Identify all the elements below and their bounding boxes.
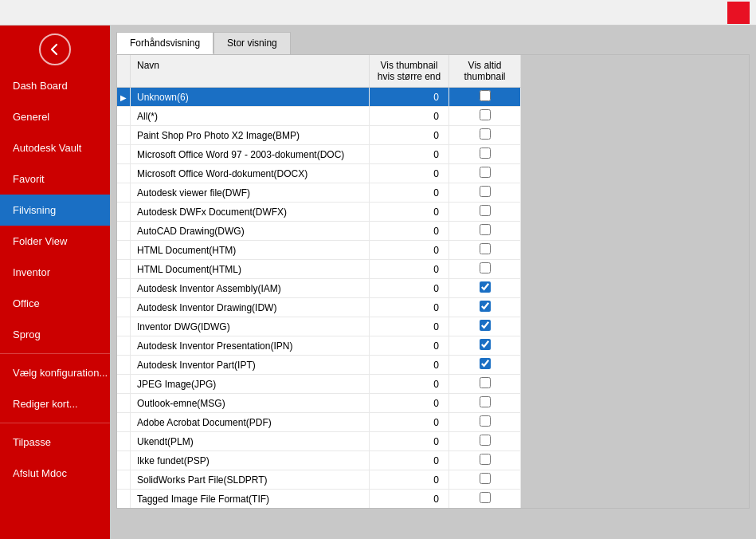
row-altid-21[interactable] <box>449 490 521 509</box>
sidebar-item-autodesk-vault[interactable]: Autodesk Vault <box>0 132 110 163</box>
row-altid-9[interactable] <box>449 260 521 279</box>
checkbox-altid-16[interactable] <box>480 396 491 407</box>
table-row[interactable]: Autodesk DWFx Document(DWFX)0 <box>117 203 749 222</box>
row-altid-3[interactable] <box>449 145 521 164</box>
checkbox-altid-15[interactable] <box>480 377 491 388</box>
row-altid-5[interactable] <box>449 183 521 203</box>
row-altid-13[interactable] <box>449 336 521 356</box>
table-row[interactable]: Autodesk Inventor Part(IPT)0 <box>117 356 749 375</box>
row-altid-19[interactable] <box>449 451 521 470</box>
row-altid-6[interactable] <box>449 203 521 222</box>
tab-preview[interactable]: Forhåndsvisning <box>116 32 213 54</box>
row-altid-2[interactable] <box>449 126 521 145</box>
checkbox-altid-1[interactable] <box>480 109 491 120</box>
row-name-13: Autodesk Inventor Presentation(IPN) <box>131 336 370 356</box>
table-row[interactable]: Adobe Acrobat Document(PDF)0 <box>117 413 749 432</box>
row-altid-8[interactable] <box>449 241 521 260</box>
maximize-button[interactable] <box>708 5 724 21</box>
sidebar-item-rediger-kort[interactable]: Rediger kort... <box>0 388 110 419</box>
table-row[interactable]: Ukendt(PLM)0 <box>117 432 749 451</box>
table-row[interactable]: Tagged Image File Format(TIF)0 <box>117 490 749 509</box>
row-name-8: HTML Document(HTM) <box>131 241 370 260</box>
sidebar-item-dashboard[interactable]: Dash Board <box>0 70 110 101</box>
table-row[interactable]: Ikke fundet(PSP)0 <box>117 451 749 470</box>
checkbox-altid-5[interactable] <box>480 186 491 197</box>
row-vis-21: 0 <box>370 490 449 509</box>
row-vis-17: 0 <box>370 413 449 432</box>
sidebar-item-favorit[interactable]: Favorit <box>0 163 110 195</box>
table-row[interactable]: Autodesk Inventor Presentation(IPN)0 <box>117 336 749 356</box>
sidebar-item-afslut-mdoc[interactable]: Afslut Mdoc <box>0 458 110 489</box>
tab-large[interactable]: Stor visning <box>213 32 291 54</box>
row-altid-18[interactable] <box>449 432 521 451</box>
checkbox-altid-20[interactable] <box>480 473 491 484</box>
close-button[interactable] <box>727 2 750 24</box>
checkbox-altid-21[interactable] <box>480 492 491 503</box>
row-altid-12[interactable] <box>449 317 521 336</box>
sidebar-item-sprog[interactable]: Sprog <box>0 319 110 350</box>
row-altid-10[interactable] <box>449 279 521 298</box>
table-row[interactable]: Autodesk Inventor Assembly(IAM)0 <box>117 279 749 298</box>
checkbox-altid-12[interactable] <box>480 320 491 331</box>
row-altid-1[interactable] <box>449 107 521 126</box>
checkbox-altid-8[interactable] <box>480 243 491 254</box>
table-row[interactable]: ▶Unknown(6)0 <box>117 88 749 107</box>
back-button[interactable] <box>39 33 71 65</box>
table-row[interactable]: All(*)0 <box>117 107 749 126</box>
row-arrow-1 <box>117 107 131 126</box>
checkbox-altid-6[interactable] <box>480 205 491 216</box>
table-row[interactable]: SolidWorks Part File(SLDPRT)0 <box>117 470 749 490</box>
row-vis-1: 0 <box>370 107 449 126</box>
checkbox-altid-2[interactable] <box>480 128 491 140</box>
minimize-button[interactable] <box>689 5 705 21</box>
table-row[interactable]: Microsoft Office Word-dokument(DOCX)0 <box>117 164 749 183</box>
row-vis-5: 0 <box>370 183 449 203</box>
title-bar-controls <box>689 2 750 24</box>
row-altid-17[interactable] <box>449 413 521 432</box>
checkbox-altid-17[interactable] <box>480 415 491 427</box>
checkbox-altid-14[interactable] <box>480 358 491 369</box>
sidebar-item-filvisning[interactable]: Filvisning <box>0 195 110 226</box>
table-row[interactable]: JPEG Image(JPG)0 <box>117 375 749 394</box>
table-row[interactable]: Microsoft Office Word 97 - 2003-dokument… <box>117 145 749 164</box>
table-row[interactable]: Autodesk viewer file(DWF)0 <box>117 183 749 203</box>
row-name-6: Autodesk DWFx Document(DWFX) <box>131 203 370 222</box>
checkbox-altid-9[interactable] <box>480 262 491 273</box>
checkbox-altid-0[interactable] <box>480 90 491 101</box>
row-altid-0[interactable] <box>449 88 521 107</box>
checkbox-altid-19[interactable] <box>480 454 491 465</box>
sidebar-item-tilpasse[interactable]: Tilpasse <box>0 427 110 458</box>
checkbox-altid-10[interactable] <box>480 281 491 293</box>
table-row[interactable]: HTML Document(HTM)0 <box>117 241 749 260</box>
row-altid-16[interactable] <box>449 394 521 413</box>
row-name-12: Inventor DWG(IDWG) <box>131 317 370 336</box>
table-row[interactable]: Autodesk Inventor Drawing(IDW)0 <box>117 298 749 317</box>
checkbox-altid-18[interactable] <box>480 435 491 446</box>
file-types-table-container[interactable]: Navn Vis thumbnail hvis større end Vis a… <box>116 54 750 509</box>
app-container: Dash BoardGenerelAutodesk VaultFavoritFi… <box>0 26 756 539</box>
checkbox-altid-13[interactable] <box>480 339 491 350</box>
checkbox-altid-3[interactable] <box>480 148 491 159</box>
table-row[interactable]: Inventor DWG(IDWG)0 <box>117 317 749 336</box>
table-row[interactable]: Outlook-emne(MSG)0 <box>117 394 749 413</box>
content-area: ForhåndsvisningStor visning Navn Vis thu… <box>110 26 756 539</box>
sidebar-item-folder-view[interactable]: Folder View <box>0 226 110 257</box>
row-arrow-18 <box>117 432 131 451</box>
row-arrow-7 <box>117 222 131 241</box>
table-row[interactable]: Paint Shop Pro Photo X2 Image(BMP)0 <box>117 126 749 145</box>
sidebar-item-office[interactable]: Office <box>0 288 110 319</box>
row-altid-20[interactable] <box>449 470 521 490</box>
row-altid-14[interactable] <box>449 356 521 375</box>
row-altid-7[interactable] <box>449 222 521 241</box>
sidebar-item-generel[interactable]: Generel <box>0 101 110 132</box>
row-altid-15[interactable] <box>449 375 521 394</box>
sidebar-item-vaelg-konfiguration[interactable]: Vælg konfiguration... <box>0 357 110 388</box>
checkbox-altid-4[interactable] <box>480 167 491 178</box>
table-row[interactable]: AutoCAD Drawing(DWG)0 <box>117 222 749 241</box>
row-altid-11[interactable] <box>449 298 521 317</box>
checkbox-altid-11[interactable] <box>480 301 491 312</box>
row-altid-4[interactable] <box>449 164 521 183</box>
sidebar-item-inventor[interactable]: Inventor <box>0 257 110 288</box>
table-row[interactable]: HTML Document(HTML)0 <box>117 260 749 279</box>
checkbox-altid-7[interactable] <box>480 224 491 235</box>
